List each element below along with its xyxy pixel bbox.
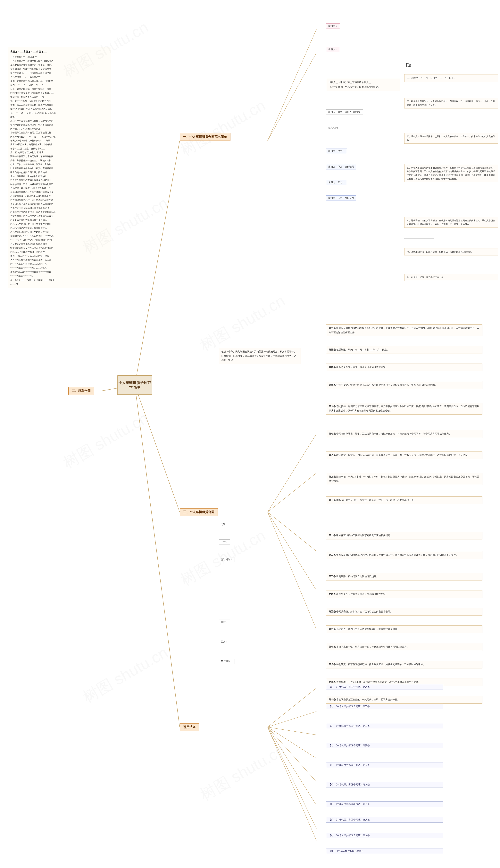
law-item-8: 【8】《中华人民共和国合同法》第八条 <box>326 817 443 823</box>
s2-art3: 第三条 租赁期限：双约__年__月__日起___年__月__日止。 <box>326 346 482 354</box>
mindmap: 个人车辆租 赁合同范本 简单 出租方：___承租方：___出租方___ （以下简… <box>4 4 496 864</box>
s3-partyb: 乙方： <box>219 639 230 644</box>
right-clause8-block: 八、本合同一式份，双方各持正本一份。 <box>404 274 498 281</box>
s3-art4: 第四条 租金总量及支付方式：租金及押金标准双方约定。 <box>326 590 482 598</box>
law-item-10: 【10】《中华人民共和国合同法》 <box>326 848 443 854</box>
s3-art1: 第一条 甲方保证出租的车辆符合国家对租赁车辆的相关规定。 <box>326 532 482 539</box>
s3-art3: 第三条 租赁期限：租约期限自合同签订日起算。 <box>326 573 482 580</box>
s2-art5: 第五条 合同的变更、解除与终止：双方可以协商变更本合同，应根据情况通知，甲方有权… <box>326 381 482 389</box>
right-insurance-block: 五、承租人要负责对所租车辆进行维护保养，在租期车辆合格的情形，出损费情况损坏后修… <box>404 164 498 182</box>
node-lessee-party: 承租方（乙方） <box>326 180 347 185</box>
s3-art6: 第六条 违约责任：如因乙方原因造成车辆损坏，甲方有权依法追偿。 <box>326 625 482 633</box>
svg-line-3 <box>135 385 180 727</box>
s2-phone: 电话： <box>219 522 230 527</box>
section4-header: 引用法条 <box>180 723 199 731</box>
law-item-7: 【7】《中华人民共和国租房法》第七条 <box>326 801 443 807</box>
svg-line-18 <box>268 727 316 735</box>
svg-line-20 <box>268 727 316 782</box>
svg-line-0 <box>135 141 180 385</box>
svg-line-13 <box>268 512 316 551</box>
right-payment-block: 三、租金每月每月为方，从合同生效日起计，每月缴纳一次，按月租用，不足一个月按一个… <box>404 98 498 109</box>
node-sign-lessor: 出租人（盖章）承租人（盖章） <box>326 110 363 115</box>
s2-art6: 第六条 违约责任：如因乙方原因造成或车辆损坏，甲方有权按国家对象收取修车费，根据… <box>326 403 482 414</box>
s2-art8: 第八条 特别约定：租车后一周后无须登记路，押金副使证书，否则，有甲方多少多少，如… <box>326 452 482 459</box>
law-item-1: 【1】《中华人民共和国合同法》第八条 <box>326 684 443 690</box>
law-item-2: 【2】《中华人民共和国合同法》第三条 <box>326 704 443 709</box>
s2-partyb: 乙方： <box>219 539 230 545</box>
law-item-4: 【4】《中华人民共和国合同法》第四条 <box>326 743 443 748</box>
s2-signtime: 签订时间： <box>219 557 235 562</box>
right-clause6-block: 六、违约责任：出租人不得强迫，在约定时间到其它运送租期租金的的承租人，承租人必须… <box>404 217 498 228</box>
s3-art10: 第十条 本合同经双方互签生效，一式两份，由甲、乙双方各持一份。 <box>326 696 482 704</box>
detected-text-ea: Ea <box>404 59 489 71</box>
svg-line-11 <box>268 473 316 512</box>
right-usage-block: 四、承租人租用汽车只限于：__承担，租人只有速度权、行车安全、技术操作出也租人员… <box>404 133 498 144</box>
right-period-block: 二、租期为__年__月__日起至__年__月__日止。 <box>404 74 498 82</box>
svg-line-21 <box>268 727 316 805</box>
s2-art4: 第四条 租金总量及支付方式：租金及押金标准双方约定。 <box>326 364 482 371</box>
svg-line-15 <box>268 512 316 630</box>
s2-art9: 第九条 违章事项：一天 24 小时，一个计3 0 小时。超程；超过里要另外计费；… <box>326 473 482 485</box>
s3-signtime: 签订时间： <box>219 659 235 664</box>
section3-header: 三、个人车辆租赁合同 <box>180 508 218 516</box>
node-lessor-id: 出租方（甲方）身份证号 <box>326 164 356 169</box>
node-lessee-id: 承租方（乙方）身份证号 <box>326 196 356 201</box>
s3-art5: 第五条 合同的变更、解除与终止：双方可以协商变更本合同。 <box>326 608 482 616</box>
svg-line-23 <box>268 727 316 841</box>
s2-intro: 根据《中华人民共和国合同法》及相关法律法规的规定，双方本着平等、自愿原则，自愿协… <box>219 348 301 364</box>
node-sign-time: 签约时间： <box>326 125 342 130</box>
page-container: 个人车辆租 赁合同范本 简单 出租方：___承租方：___出租方___ （以下简… <box>0 0 500 868</box>
s1-chuzhu-form: 出租人__（甲方）将__车辆租给承租人__（乙方）使用，甲乙双方遵守国家法规相关… <box>326 78 400 91</box>
svg-line-14 <box>268 512 316 590</box>
s3-phone: 电话： <box>219 620 230 625</box>
svg-line-22 <box>268 727 316 829</box>
svg-line-5 <box>268 53 316 141</box>
law-item-5: 【5】《中华人民共和国合同法》第五条 <box>326 762 443 768</box>
left-form-content: （以下简称甲方）与 承租方___ （以下简称乙方）根据中华人民共和国合同法 及其… <box>10 55 109 286</box>
svg-line-19 <box>268 727 316 758</box>
law-item-6: 【6】《中华人民共和国合同法》第六条 <box>326 782 443 788</box>
svg-line-16 <box>268 688 316 727</box>
section2-header: 二、租车合同 <box>68 387 94 395</box>
svg-line-2 <box>135 385 180 512</box>
s2-art7: 第七条 合同高解争署当，即甲、乙双方协商一致，可以补充条款，补充条款与本合同同等… <box>326 430 482 438</box>
s2-art2: 第二条 甲方应及时告知租赁的车辆以及行驶证的双联，并且告知乙方有效证件，并且双方… <box>326 324 482 336</box>
node-chenzu: 承租方： <box>326 23 340 29</box>
svg-line-4 <box>268 29 316 141</box>
law-item-3: 【3】《中华人民共和国合同法》第三条 <box>326 723 443 729</box>
svg-line-10 <box>268 434 316 512</box>
central-node: 个人车辆租 赁合同范本 简单 <box>117 375 152 395</box>
left-form-title: 出租方：___承租方：___出租方___ <box>10 49 109 54</box>
law-item-9: 【9】《中华人民共和国合同法》第九条 <box>326 833 443 838</box>
svg-line-17 <box>268 711 316 727</box>
node-lessor-party: 出租方（甲方） <box>326 148 347 154</box>
s3-art8: 第八条 特别约定：租车后无须登记路，押金副使证书，如发生交通事故，乙方及时通知甲… <box>326 661 482 668</box>
right-clause7-block: 七、其他未记事项，由双方协商，协商不成，按合同法相关规定定定。 <box>404 248 498 255</box>
s3-art7: 第七条 本合同高解争议，双方协商一致，补充条款与合同具有同等法律效力。 <box>326 643 482 651</box>
left-main-block: 出租方：___承租方：___出租方___ （以下简称甲方）与 承租方___ （以… <box>8 47 111 288</box>
s3-art2: 第二条 甲方应及时告知租赁车辆行驶证的双联，并且告知乙方，并且双方告知签署驾证等… <box>326 551 482 559</box>
s2-art10: 第十条 本合同经双方互（甲）旨生效，本合同一式记）份，由甲、乙双方各持一份。 <box>326 497 482 504</box>
section1-header: 一、个人车辆租赁合同范本简单 <box>180 133 230 141</box>
node-chuzhu: 出租人： <box>326 47 340 52</box>
